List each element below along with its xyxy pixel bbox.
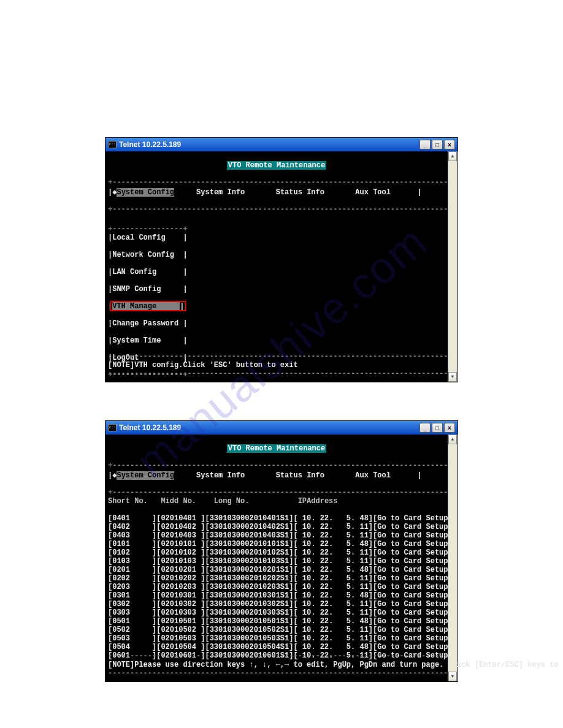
cmd-icon <box>108 424 117 431</box>
scroll-down-button[interactable]: ▼ <box>448 672 457 681</box>
telnet-window-1: Telnet 10.22.5.189 _ □ × VTO Remote Main… <box>105 137 458 382</box>
table-row[interactable]: [0102 ][02010102 ][3301030002010102S1][ … <box>108 548 445 557</box>
table-row[interactable]: [0301 ][02010301 ][3301030002010301S1][ … <box>108 591 445 600</box>
table-row[interactable]: [0103 ][02010103 ][3301030002010103S1][ … <box>108 557 445 566</box>
tab-aux-tool[interactable]: Aux Tool <box>355 188 391 197</box>
table-row[interactable]: [0101 ][02010101 ][3301030002010101S1][ … <box>108 540 445 548</box>
table-row[interactable]: [0502 ][02010502 ][3301030002010502S1][ … <box>108 626 445 634</box>
table-row[interactable]: [0501 ][02010501 ][3301030002010501S1][ … <box>108 617 445 626</box>
terminal-content-2: VTO Remote Maintenance +----------------… <box>105 434 448 681</box>
note-area-1: ----------------------------------------… <box>108 344 448 378</box>
menu-change-password[interactable]: |Change Password | <box>108 319 445 328</box>
table-row[interactable]: [0203 ][02010203 ][3301030002010203S1][ … <box>108 583 445 591</box>
table-row[interactable]: [0401 ][02010401 ][3301030002010401S1][ … <box>108 514 445 523</box>
scrollbar-1[interactable]: ▲ ▼ <box>448 151 458 382</box>
maximize-button[interactable]: □ <box>432 423 443 433</box>
note-area-2: ----------------------------------------… <box>108 643 448 678</box>
window-title-2: Telnet 10.22.5.189 <box>119 423 181 432</box>
cmd-icon <box>108 141 117 148</box>
scrollbar-2[interactable]: ▲ ▼ <box>448 434 458 681</box>
tab-system-info[interactable]: System Info <box>196 471 245 480</box>
note-text-1: [NOTE]VTH config.Click 'ESC' button to e… <box>108 361 298 370</box>
window-title-1: Telnet 10.22.5.189 <box>119 140 181 149</box>
tab-system-config[interactable]: System Config <box>117 188 174 197</box>
titlebar-2[interactable]: Telnet 10.22.5.189 _ □ × <box>105 421 458 434</box>
telnet-window-2: Telnet 10.22.5.189 _ □ × VTO Remote Main… <box>105 420 458 682</box>
divider: +---------------------------------------… <box>108 178 448 187</box>
scroll-up-button[interactable]: ▲ <box>448 151 457 161</box>
app-header-1: VTO Remote Maintenance <box>227 161 326 170</box>
table-row[interactable]: [0201 ][02010201 ][3301030002010201S1][ … <box>108 566 445 574</box>
scroll-up-button[interactable]: ▲ <box>448 434 457 444</box>
terminal-content-1: VTO Remote Maintenance +----------------… <box>105 151 448 382</box>
titlebar-1[interactable]: Telnet 10.22.5.189 _ □ × <box>105 138 458 151</box>
divider: +---------------------------------------… <box>108 205 448 214</box>
tab-status-info[interactable]: Status Info <box>276 188 324 197</box>
tab-row-2: |◆System Config System Info Status Info … <box>108 471 445 480</box>
divider: +---------------------------------------… <box>108 488 448 497</box>
table-row[interactable]: [0202 ][02010202 ][3301030002010202S1][ … <box>108 574 445 583</box>
table-row[interactable]: [0503 ][02010503 ][3301030002010503S1][ … <box>108 634 445 643</box>
menu-local-config[interactable]: |Local Config | <box>108 233 445 242</box>
tab-system-config[interactable]: System Config <box>117 471 174 480</box>
table-row[interactable]: [0303 ][02010303 ][3301030002010303S1][ … <box>108 609 445 617</box>
table-row[interactable]: [0402 ][02010402 ][3301030002010402S1][ … <box>108 523 445 531</box>
close-button[interactable]: × <box>444 140 455 150</box>
tab-row-1: |◆System Config System Info Status Info … <box>108 188 445 197</box>
scroll-down-button[interactable]: ▼ <box>448 372 457 382</box>
table-row[interactable]: [0302 ][02010302 ][3301030002010302S1][ … <box>108 600 445 609</box>
minimize-button[interactable]: _ <box>419 140 431 150</box>
column-headers: Short No. Midd No. Long No. IPAddress <box>108 497 445 506</box>
menu-snmp-config[interactable]: |SNMP Config | <box>108 285 445 294</box>
divider: +----------------+ <box>108 225 188 233</box>
data-rows: [0401 ][02010401 ][3301030002010401S1][ … <box>108 514 445 660</box>
tab-system-info[interactable]: System Info <box>196 188 245 197</box>
menu-network-config[interactable]: |Network Config | <box>108 251 445 259</box>
menu-vth-manage[interactable]: |VTH Manage| <box>108 302 445 311</box>
tab-aux-tool[interactable]: Aux Tool <box>355 471 391 480</box>
app-header-2: VTO Remote Maintenance <box>227 444 326 453</box>
tab-status-info[interactable]: Status Info <box>276 471 324 480</box>
maximize-button[interactable]: □ <box>432 140 443 150</box>
table-row[interactable]: [0403 ][02010403 ][3301030002010403S1][ … <box>108 531 445 540</box>
minimize-button[interactable]: _ <box>419 423 431 433</box>
note-text-2: [NOTE]Please use direction keys ↑, ↓, ←,… <box>108 661 448 669</box>
menu-lan-config[interactable]: |LAN Config | <box>108 268 445 276</box>
close-button[interactable]: × <box>444 423 455 433</box>
divider: +---------------------------------------… <box>108 461 448 470</box>
